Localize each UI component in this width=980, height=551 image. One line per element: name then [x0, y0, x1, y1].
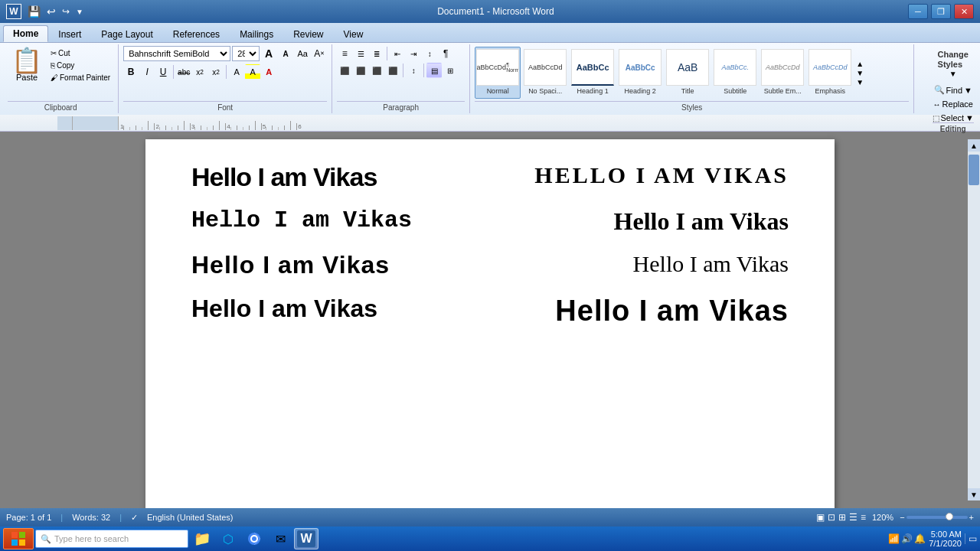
copy-button[interactable]: ⎘ Copy — [47, 60, 113, 71]
decrease-indent-button[interactable]: ⇤ — [390, 46, 405, 61]
style-heading2[interactable]: AaBbCc Heading 2 — [617, 47, 663, 99]
highlight-button[interactable]: A — [245, 64, 260, 80]
show-hide-button[interactable]: ¶ — [438, 46, 453, 61]
text-row-2: Hello I am Vikas Hello I am Vikas — [191, 207, 789, 236]
scroll-up-button[interactable]: ▲ — [968, 139, 980, 152]
minimize-button[interactable]: ─ — [908, 4, 928, 19]
date-display: 7/1/2020 — [929, 539, 962, 548]
zoom-in-icon[interactable]: + — [969, 513, 974, 522]
svg-rect-2 — [11, 540, 18, 546]
text-effects-button[interactable]: A — [229, 64, 244, 80]
taskbar-search[interactable]: 🔍 Type here to search — [35, 530, 188, 548]
tab-mailings[interactable]: Mailings — [230, 25, 283, 42]
paragraph-group: ≡ ☰ ≣ ⇤ ⇥ ↕ ¶ ⬛ ⬛ ⬛ ⬛ ↕ ▤ ⊞ Paragraph — [332, 44, 470, 113]
find-button[interactable]: 🔍 Find ▼ — [934, 85, 972, 95]
editing-label: Editing — [933, 122, 974, 133]
quick-access-redo[interactable]: ↪ — [62, 6, 70, 17]
style-subtitle[interactable]: AaBbCc. Subtitle — [712, 47, 758, 99]
start-button[interactable] — [3, 528, 34, 549]
style-normal[interactable]: AaBbCcDd¶ Normal Normal — [475, 47, 521, 99]
align-right-button[interactable]: ⬛ — [369, 63, 384, 78]
clear-format-button[interactable]: A✕ — [312, 46, 327, 61]
notifications-icon[interactable]: 🔔 — [914, 533, 926, 544]
select-button[interactable]: ⬚ Select ▼ — [933, 113, 974, 122]
tab-references[interactable]: References — [163, 25, 230, 42]
style-subtle-em[interactable]: AaBbCcDd Subtle Em... — [760, 47, 805, 99]
show-desktop-icon[interactable]: ▭ — [965, 533, 977, 544]
styles-scroll-up[interactable]: ▲ — [856, 60, 864, 68]
scroll-down-button[interactable]: ▼ — [968, 488, 980, 500]
print-view-icon[interactable]: ▣ — [816, 512, 825, 523]
text-right-1: Hello I am Vikas — [534, 162, 789, 192]
multilevel-button[interactable]: ≣ — [369, 46, 384, 61]
styles-more[interactable]: ▼ — [856, 78, 864, 86]
tab-insert[interactable]: Insert — [48, 25, 91, 42]
styles-group: AaBbCcDd¶ Normal Normal AaBbCcDd No Spac… — [470, 44, 914, 113]
style-no-spacing[interactable]: AaBbCcDd No Spaci... — [522, 47, 568, 99]
increase-indent-button[interactable]: ⇥ — [406, 46, 421, 61]
clock[interactable]: 5:00 AM 7/1/2020 — [929, 530, 962, 548]
underline-button[interactable]: U — [155, 64, 171, 80]
taskbar-edge[interactable]: ⬡ — [216, 528, 240, 549]
word-logo-icon: W — [6, 4, 21, 19]
subscript-button[interactable]: x2 — [192, 64, 207, 80]
taskbar-word[interactable]: W — [294, 528, 318, 549]
vertical-scrollbar[interactable]: ▲ ▼ — [968, 139, 980, 500]
line-spacing-button[interactable]: ↕ — [406, 63, 421, 78]
document-page[interactable]: Hello I am Vikas Hello I am Vikas Hello … — [145, 139, 835, 508]
taskbar-mail[interactable]: ✉ — [268, 528, 292, 549]
grow-font-button[interactable]: A — [261, 46, 276, 61]
justify-button[interactable]: ⬛ — [385, 63, 400, 78]
change-case-button[interactable]: Aa — [295, 46, 310, 61]
scroll-thumb[interactable] — [969, 155, 979, 185]
sort-button[interactable]: ↕ — [422, 46, 437, 61]
fullscreen-view-icon[interactable]: ⊡ — [828, 512, 835, 523]
style-title[interactable]: AaB Title — [665, 47, 710, 99]
language-label[interactable]: English (United States) — [147, 513, 234, 522]
align-center-button[interactable]: ⬛ — [353, 63, 368, 78]
web-view-icon[interactable]: ⊞ — [838, 512, 846, 523]
shading-button[interactable]: ▤ — [426, 63, 442, 78]
outline-view-icon[interactable]: ☰ — [849, 512, 858, 523]
font-name-select[interactable]: Bahnschrift SemiBold — [123, 46, 230, 61]
align-left-button[interactable]: ⬛ — [337, 63, 352, 78]
style-emphasis[interactable]: AaBbCcDd Emphasis — [807, 47, 853, 99]
search-placeholder: Type here to search — [54, 534, 129, 543]
bullets-button[interactable]: ≡ — [337, 46, 352, 61]
quick-access-undo[interactable]: ↩ — [47, 5, 56, 18]
styles-scroll-down[interactable]: ▼ — [856, 69, 864, 77]
numbering-button[interactable]: ☰ — [353, 46, 368, 61]
zoom-out-icon[interactable]: − — [900, 513, 904, 522]
replace-button[interactable]: ↔ Replace — [933, 99, 973, 109]
taskbar-file-explorer[interactable]: 📁 — [190, 528, 214, 549]
select-icon: ⬚ — [933, 114, 939, 122]
paste-button[interactable]: 📋 Paste — [8, 46, 46, 84]
zoom-slider[interactable] — [906, 516, 968, 519]
cut-button[interactable]: ✂ Cut — [47, 47, 113, 59]
format-painter-button[interactable]: 🖌 Format Painter — [47, 72, 113, 83]
change-styles-button[interactable]: ChangeStyles ▼ — [934, 47, 972, 80]
tab-page-layout[interactable]: Page Layout — [91, 25, 162, 42]
italic-button[interactable]: I — [139, 64, 155, 80]
borders-button[interactable]: ⊞ — [443, 63, 458, 78]
tab-home[interactable]: Home — [3, 25, 48, 42]
taskbar-chrome[interactable] — [242, 528, 266, 549]
zoom-slider-container[interactable]: − + — [900, 513, 974, 522]
font-size-select[interactable]: 28 — [232, 46, 260, 61]
style-heading1[interactable]: AaBbCc Heading 1 — [570, 47, 616, 99]
shrink-font-button[interactable]: A — [278, 46, 293, 61]
restore-button[interactable]: ❐ — [931, 4, 951, 19]
close-button[interactable]: ✕ — [954, 4, 974, 19]
speaker-icon[interactable]: 🔊 — [901, 533, 913, 544]
strikethrough-button[interactable]: abc — [176, 64, 191, 80]
quick-access-save[interactable]: 💾 — [28, 5, 41, 18]
tab-review[interactable]: Review — [283, 25, 333, 42]
draft-view-icon[interactable]: ≡ — [861, 512, 866, 523]
spell-check-icon[interactable]: ✓ — [131, 513, 138, 523]
quick-access-dropdown[interactable]: ▼ — [76, 8, 83, 16]
tab-view[interactable]: View — [334, 25, 374, 42]
bold-button[interactable]: B — [123, 64, 139, 80]
network-icon[interactable]: 📶 — [888, 533, 900, 544]
superscript-button[interactable]: x2 — [208, 64, 224, 80]
font-color-button[interactable]: A — [261, 64, 276, 80]
